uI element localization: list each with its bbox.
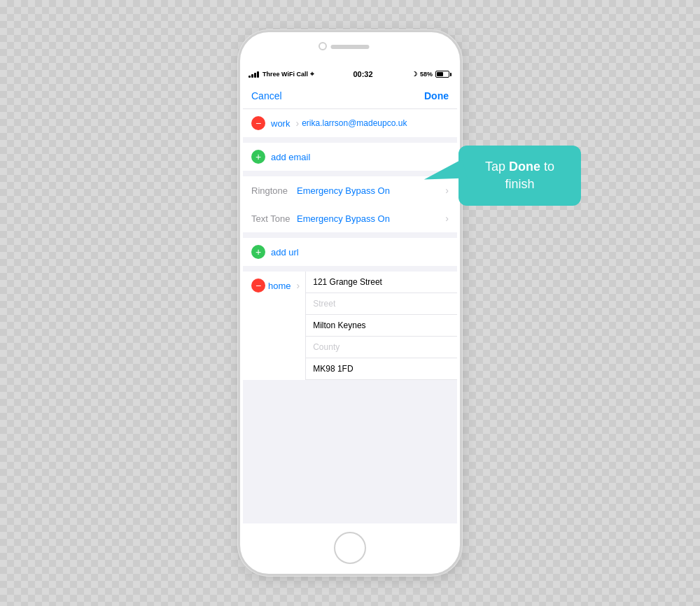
signal-bars <box>248 71 259 78</box>
remove-email-button[interactable]: − <box>251 116 265 130</box>
status-bar: Three WiFi Call ⌖ 00:32 ☽ 58% <box>243 66 457 83</box>
tooltip-text: Tap Done tofinish <box>485 160 554 191</box>
moon-icon: ☽ <box>412 71 417 78</box>
ringtone-label: Ringtone <box>251 185 297 196</box>
cancel-button[interactable]: Cancel <box>251 90 282 101</box>
content: − work › erika.larrson@madeupco.uk + add… <box>243 109 457 386</box>
battery-icon <box>435 71 451 78</box>
email-tag-chevron: › <box>295 118 299 129</box>
add-url-label[interactable]: add url <box>271 247 299 258</box>
carrier-name: Three WiFi Call <box>262 71 308 78</box>
add-url-section: + add url <box>243 238 457 266</box>
add-email-button[interactable]: + <box>251 150 265 164</box>
status-right: ☽ 58% <box>412 71 451 78</box>
address-tag[interactable]: home <box>268 281 291 291</box>
home-button[interactable] <box>334 532 366 564</box>
address-county[interactable]: County <box>306 337 457 358</box>
add-email-row[interactable]: + add email <box>243 143 457 171</box>
address-postcode[interactable]: MK98 1FD <box>306 358 457 380</box>
status-left: Three WiFi Call ⌖ <box>248 70 314 78</box>
address-fields: 121 Grange Street Street Milton Keynes C… <box>305 272 457 380</box>
text-tone-label: Text Tone <box>251 213 297 224</box>
signal-bar-2 <box>251 74 253 78</box>
email-tag[interactable]: work <box>271 118 290 129</box>
signal-bar-4 <box>257 71 259 78</box>
address-tag-chevron: › <box>297 280 300 291</box>
add-email-label[interactable]: add email <box>271 152 310 162</box>
text-tone-chevron: › <box>445 213 449 224</box>
email-row[interactable]: − work › erika.larrson@madeupco.uk <box>243 109 457 137</box>
ringtone-chevron: › <box>445 185 449 196</box>
text-tone-value: Emergency Bypass On <box>297 213 442 224</box>
wifi-icon: ⌖ <box>310 70 314 78</box>
address-city[interactable]: Milton Keynes <box>306 315 457 337</box>
email-value[interactable]: erika.larrson@madeupco.uk <box>302 118 407 128</box>
status-time: 00:32 <box>353 70 372 78</box>
phone-frame: Three WiFi Call ⌖ 00:32 ☽ 58% <box>238 30 462 576</box>
text-tone-row[interactable]: Text Tone Emergency Bypass On › <box>243 204 457 232</box>
email-section: − work › erika.larrson@madeupco.uk <box>243 109 457 137</box>
signal-bar-3 <box>254 73 256 78</box>
phone-speaker <box>331 45 370 49</box>
done-button[interactable]: Done <box>424 90 449 101</box>
phone-camera <box>318 42 327 50</box>
tooltip-bubble: Tap Done tofinish <box>458 146 581 206</box>
battery-percent: 58% <box>420 71 433 78</box>
phone-screen: Three WiFi Call ⌖ 00:32 ☽ 58% <box>243 66 457 523</box>
text-tone-section: Text Tone Emergency Bypass On › <box>243 204 457 232</box>
add-url-button[interactable]: + <box>251 245 265 259</box>
address-street2[interactable]: Street <box>306 293 457 315</box>
address-section: − home › 121 Grange Street Street Milton… <box>243 272 457 380</box>
add-email-section: + add email <box>243 143 457 171</box>
home-left: − home › <box>243 272 305 300</box>
address-street1[interactable]: 121 Grange Street <box>306 272 457 293</box>
signal-bar-1 <box>248 76 251 78</box>
remove-address-button[interactable]: − <box>251 279 265 293</box>
nav-bar: Cancel Done <box>243 83 457 109</box>
add-url-row[interactable]: + add url <box>243 238 457 266</box>
scene: Tap Done tofinish Three WiFi Call ⌖ <box>105 16 595 590</box>
